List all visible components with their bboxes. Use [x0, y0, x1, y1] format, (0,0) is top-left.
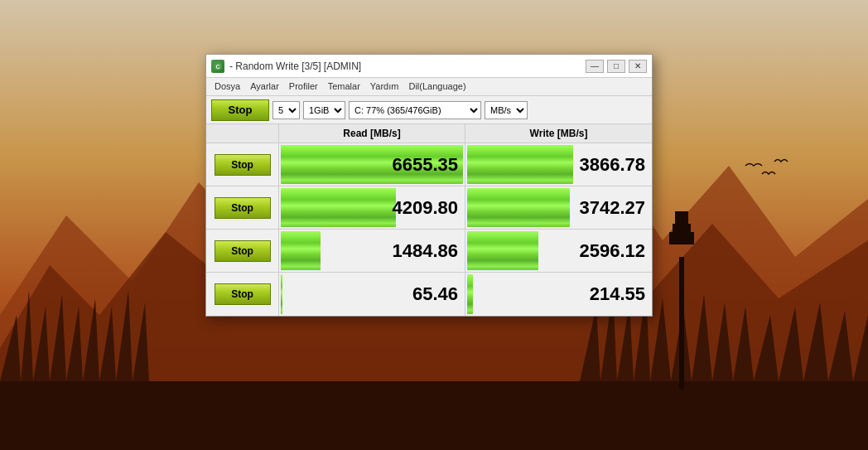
row1-read-cell: 6655.35 — [279, 143, 465, 186]
data-rows: Stop 6655.35 3866.78 Sto — [206, 143, 652, 316]
menu-yardim[interactable]: Yardım — [365, 80, 404, 94]
svg-rect-9 — [675, 211, 688, 225]
row3-write-value: 2596.12 — [579, 240, 645, 262]
close-button[interactable]: ✕ — [629, 60, 647, 73]
row1-write-cell: 3866.78 — [465, 143, 652, 186]
svg-rect-5 — [0, 381, 868, 450]
size-select[interactable]: 1GiB — [303, 101, 345, 119]
header-read: Read [MB/s] — [279, 124, 465, 143]
row3-btn-cell: Stop — [206, 230, 279, 272]
menu-dosya[interactable]: Dosya — [210, 80, 245, 94]
count-select[interactable]: 5 — [272, 101, 300, 119]
header-write: Write [MB/s] — [465, 124, 652, 143]
main-stop-button[interactable]: Stop — [211, 99, 269, 121]
row3-read-cell: 1484.86 — [279, 230, 465, 272]
title-bar-left: C - Random Write [3/5] [ADMIN] — [211, 60, 361, 73]
row3-read-bar-fill — [281, 231, 321, 270]
row4-stop-button[interactable]: Stop — [215, 283, 271, 305]
table-row: Stop 4209.80 3742.27 — [206, 186, 652, 230]
row3-read-value: 1484.86 — [392, 240, 458, 262]
row2-read-bar-fill — [281, 188, 396, 227]
menu-ayarlar[interactable]: Ayarlar — [245, 80, 284, 94]
results-content: Read [MB/s] Write [MB/s] Stop 6655.35 — [206, 124, 652, 316]
unit-select[interactable]: MB/s — [485, 101, 528, 119]
table-row: Stop 65.46 214.55 — [206, 273, 652, 316]
table-row: Stop 1484.86 2596.12 — [206, 230, 652, 273]
row1-stop-button[interactable]: Stop — [215, 154, 271, 176]
row1-read-value: 6655.35 — [392, 154, 458, 176]
row2-write-cell: 3742.27 — [465, 186, 652, 229]
row2-write-value: 3742.27 — [579, 197, 645, 219]
row4-btn-cell: Stop — [206, 273, 279, 316]
row2-btn-cell: Stop — [206, 186, 279, 229]
row3-stop-button[interactable]: Stop — [215, 240, 271, 262]
svg-rect-6 — [679, 257, 684, 390]
svg-rect-8 — [673, 224, 691, 234]
minimize-button[interactable]: — — [586, 60, 604, 73]
row4-read-cell: 65.46 — [279, 273, 465, 316]
toolbar: Stop 5 1GiB C: 77% (365/476GiB) MB/s — [206, 96, 652, 124]
row4-write-cell: 214.55 — [465, 273, 652, 316]
menu-profiler[interactable]: Profiler — [284, 80, 323, 94]
window-controls: — □ ✕ — [586, 60, 647, 73]
drive-select[interactable]: C: 77% (365/476GiB) — [349, 101, 481, 119]
row2-write-bar-fill — [467, 188, 570, 227]
row4-read-value: 65.46 — [412, 283, 458, 305]
title-bar: C - Random Write [3/5] [ADMIN] — □ ✕ — [206, 55, 652, 78]
app-window: C - Random Write [3/5] [ADMIN] — □ ✕ Dos… — [205, 54, 653, 317]
row2-read-value: 4209.80 — [392, 197, 458, 219]
svg-rect-7 — [669, 232, 694, 244]
table-row: Stop 6655.35 3866.78 — [206, 143, 652, 186]
menu-temalar[interactable]: Temalar — [323, 80, 365, 94]
row4-write-value: 214.55 — [590, 283, 645, 305]
window-title: - Random Write [3/5] [ADMIN] — [229, 60, 361, 72]
row3-write-cell: 2596.12 — [465, 230, 652, 272]
row2-read-cell: 4209.80 — [279, 186, 465, 229]
table-header: Read [MB/s] Write [MB/s] — [206, 124, 652, 143]
row4-write-bar-fill — [467, 274, 473, 314]
menu-bar: Dosya Ayarlar Profiler Temalar Yardım Di… — [206, 78, 652, 96]
maximize-button[interactable]: □ — [607, 60, 625, 73]
row1-write-bar-fill — [467, 145, 573, 184]
svg-text:C: C — [215, 64, 219, 70]
row1-btn-cell: Stop — [206, 143, 279, 186]
app-icon: C — [211, 60, 224, 73]
row1-write-value: 3866.78 — [579, 154, 645, 176]
menu-dil[interactable]: Dil(Language) — [403, 80, 470, 94]
row2-stop-button[interactable]: Stop — [215, 197, 271, 219]
row4-read-bar-fill — [281, 274, 282, 314]
row3-write-bar-fill — [467, 231, 538, 270]
header-empty — [206, 124, 279, 143]
